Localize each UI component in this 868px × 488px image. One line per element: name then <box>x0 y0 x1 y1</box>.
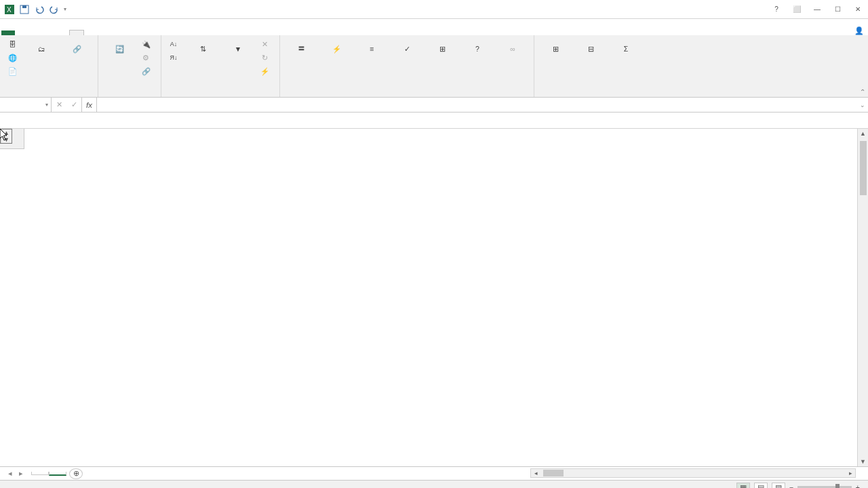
sheet-tab-2[interactable] <box>49 472 66 476</box>
sort-button[interactable]: ⇅ <box>187 38 218 61</box>
ribbon-tabs: 👤 <box>0 19 868 35</box>
horizontal-scrollbar[interactable]: ◂ ▸ <box>530 468 856 478</box>
sort-za-icon: Я↓ <box>168 52 179 63</box>
whatif-icon: ? <box>468 39 487 58</box>
view-pagebreak-button[interactable]: ▧ <box>772 483 785 489</box>
advanced-filter-button[interactable]: ⚡ <box>258 65 274 77</box>
sort-za-button[interactable]: Я↓ <box>167 52 183 64</box>
text-icon: 📄 <box>7 66 18 77</box>
group-datatools-title <box>285 94 528 96</box>
other-sources-icon: 🗂 <box>32 39 51 58</box>
web-icon: 🌐 <box>7 52 18 63</box>
tab-home[interactable] <box>15 30 28 35</box>
svg-text:X: X <box>7 6 12 14</box>
zoom-in-button[interactable]: + <box>856 483 860 489</box>
formula-input[interactable] <box>97 98 857 112</box>
group-connections: 🔄 🔌 ⚙ 🔗 <box>98 35 161 97</box>
from-text-button[interactable]: 📄 <box>5 65 22 77</box>
sheet-tabs-bar: ◂▸ ⊕ ◂ ▸ <box>0 466 868 480</box>
tab-data[interactable] <box>69 30 84 35</box>
blank-strip <box>0 113 868 129</box>
vscroll-thumb[interactable] <box>860 141 867 195</box>
name-box[interactable]: ▾ <box>0 98 52 112</box>
expand-formula-icon[interactable]: ⌄ <box>857 98 868 112</box>
zoom-slider[interactable] <box>797 486 852 489</box>
connections-button[interactable]: 🔌 <box>139 38 155 50</box>
scroll-down-icon[interactable]: ▼ <box>860 457 866 466</box>
group-external-title <box>5 94 92 96</box>
spreadsheet-grid[interactable]: ▲ ▼ ▾ ▲ ▼ <box>0 129 868 466</box>
tab-pagelayout[interactable] <box>42 30 56 35</box>
reapply-button: ↻ <box>258 52 274 64</box>
qat-customize-icon[interactable]: ▾ <box>64 6 66 12</box>
access-icon: 🗄 <box>7 39 18 49</box>
minimize-button[interactable]: — <box>807 3 827 16</box>
sheet-tab-1[interactable] <box>31 472 49 475</box>
fx-icon[interactable]: fx <box>82 98 97 112</box>
from-web-button[interactable]: 🌐 <box>5 52 22 64</box>
existing-conn-button[interactable]: 🔗 <box>61 38 92 61</box>
excel-icon: X <box>4 4 15 15</box>
remove-dup-button[interactable]: ≡ <box>356 38 387 61</box>
undo-icon[interactable] <box>34 4 45 15</box>
group-external-data: 🗄 🌐 📄 🗂 🔗 <box>0 35 98 97</box>
ribbon-opts-icon[interactable]: ⬜ <box>787 3 807 16</box>
group-button[interactable]: ⊞ <box>540 38 571 61</box>
group-sortfilter-title <box>167 94 274 96</box>
from-other-button[interactable]: 🗂 <box>26 38 57 61</box>
redo-icon[interactable] <box>49 4 60 15</box>
sort-az-button[interactable]: А↓ <box>167 38 183 50</box>
accept-formula-icon: ✓ <box>66 100 81 109</box>
t2c-icon: 〓 <box>292 39 311 58</box>
add-sheet-button[interactable]: ⊕ <box>69 468 83 479</box>
tab-acrobat[interactable] <box>111 30 125 35</box>
sheet-nav[interactable]: ◂▸ <box>0 469 31 478</box>
vertical-scrollbar[interactable]: ▲ ▼ <box>857 129 868 466</box>
tab-review[interactable] <box>84 30 98 35</box>
view-normal-button[interactable]: ▦ <box>736 483 750 489</box>
refresh-icon: 🔄 <box>110 39 129 58</box>
scroll-right-icon[interactable]: ▸ <box>846 470 855 476</box>
hscroll-thumb[interactable] <box>543 470 564 476</box>
ungroup-icon: ⊟ <box>581 39 600 58</box>
help-icon[interactable]: ? <box>766 3 787 16</box>
advanced-icon: ⚡ <box>259 66 270 77</box>
text-to-columns-button[interactable]: 〓 <box>285 38 317 61</box>
close-button[interactable]: ✕ <box>848 3 868 16</box>
refresh-all-button[interactable]: 🔄 <box>104 38 135 61</box>
filter-icon: ▼ <box>229 39 248 58</box>
save-icon[interactable] <box>19 4 30 15</box>
view-pagelayout-button[interactable]: ▤ <box>754 483 768 489</box>
tab-formulas[interactable] <box>56 30 69 35</box>
tab-view[interactable] <box>98 30 111 35</box>
edit-links-button: 🔗 <box>139 65 155 77</box>
from-access-button[interactable]: 🗄 <box>5 38 22 50</box>
group-data-tools: 〓 ⚡ ≡ ✓ ⊞ ? ∞ <box>280 35 534 97</box>
subtotal-button[interactable]: Σ <box>610 38 642 61</box>
status-bar: ▦ ▤ ▧ − + <box>0 480 868 488</box>
account-icon[interactable]: 👤 <box>854 26 864 35</box>
name-box-dropdown-icon[interactable]: ▾ <box>45 102 48 108</box>
maximize-button[interactable]: ☐ <box>827 3 848 16</box>
zoom-out-button[interactable]: − <box>789 483 793 489</box>
scroll-left-icon[interactable]: ◂ <box>531 470 540 476</box>
filter-button[interactable]: ▼ <box>222 38 254 61</box>
data-validation-button[interactable]: ✓ <box>391 38 422 61</box>
dup-icon: ≡ <box>362 39 381 58</box>
ribbon: 🗄 🌐 📄 🗂 🔗 🔄 🔌 ⚙ 🔗 А↓ Я↓ ⇅ ▼ <box>0 35 868 98</box>
sort-icon: ⇅ <box>193 39 212 58</box>
cancel-formula-icon: ✕ <box>52 100 66 109</box>
collapse-ribbon-icon[interactable]: ⌃ <box>860 88 865 96</box>
consolidate-button[interactable]: ⊞ <box>427 38 458 61</box>
title-bar: X ▾ ? ⬜ — ☐ ✕ <box>0 0 868 19</box>
reapply-icon: ↻ <box>259 52 270 63</box>
tab-file[interactable] <box>1 30 15 35</box>
scroll-up-icon[interactable]: ▲ <box>860 129 866 138</box>
ungroup-button[interactable]: ⊟ <box>575 38 606 61</box>
props-icon: ⚙ <box>140 52 151 63</box>
relationships-button: ∞ <box>497 38 528 61</box>
tab-insert[interactable] <box>28 30 42 35</box>
whatif-button[interactable]: ? <box>462 38 493 61</box>
flash-fill-button[interactable]: ⚡ <box>321 38 352 61</box>
group-icon: ⊞ <box>546 39 565 58</box>
